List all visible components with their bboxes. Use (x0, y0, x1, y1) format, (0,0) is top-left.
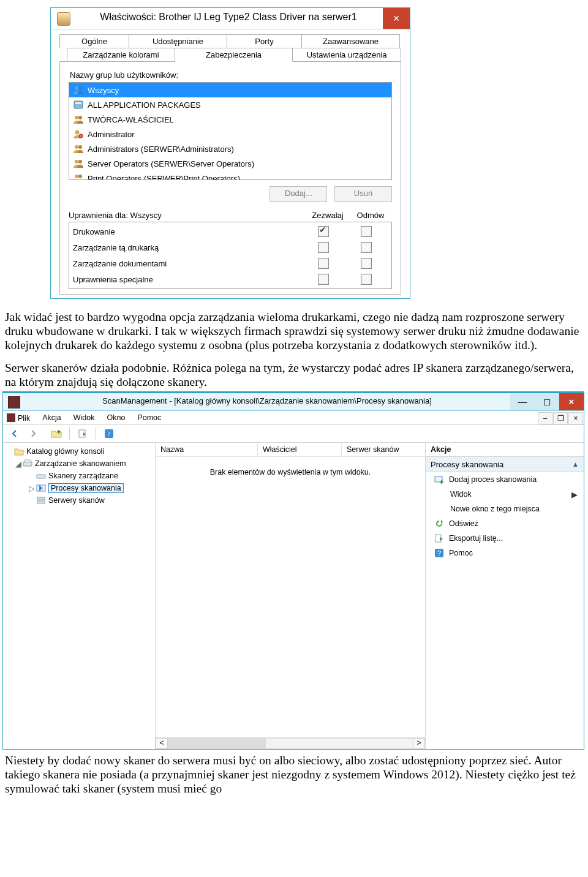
back-button[interactable] (7, 426, 23, 441)
group-row-administrator[interactable]: × Administrator (69, 127, 391, 141)
svg-text:?: ? (437, 549, 441, 557)
deny-checkbox[interactable] (361, 274, 372, 285)
menu-window[interactable]: Okno (100, 413, 131, 422)
scroll-right-button[interactable]: > (413, 738, 425, 749)
tab-device-settings[interactable]: Ustawienia urządzenia (293, 48, 401, 62)
tree-scan-servers[interactable]: Serwery skanów (3, 494, 155, 506)
inner-close-button[interactable]: × (568, 412, 583, 424)
tab-advanced[interactable]: Zaawansowane (302, 34, 400, 48)
add-folder-button[interactable] (48, 426, 64, 441)
body-paragraph-1: Jak widać jest to bardzo wygodna opcja z… (0, 303, 588, 353)
server-icon (36, 495, 46, 505)
allow-checkbox[interactable] (318, 226, 329, 237)
allow-header: Zezwalaj (306, 211, 349, 220)
help-button[interactable]: ? (101, 426, 117, 441)
action-refresh[interactable]: Odśwież (426, 516, 584, 531)
group-row-all-app-packages[interactable]: ALL APPLICATION PACKAGES (69, 97, 391, 112)
permissions-list: Drukowanie Zarządzanie tą drukarką Zarzą… (69, 222, 392, 289)
menu-view[interactable]: Widok (67, 413, 101, 422)
tree-collapse-icon[interactable]: ◢ (14, 459, 23, 469)
action-label: Nowe okno z tego miejsca (450, 505, 540, 513)
perm-label: Drukowanie (73, 227, 302, 236)
col-owner[interactable]: Właściciel (258, 443, 342, 456)
actions-pane: Akcje Procesy skanowania ▲ Dodaj proces … (426, 443, 584, 749)
tree-scan-processes[interactable]: ▷ Procesy skanowania (3, 482, 155, 494)
dialog-title: Właściwości: Brother IJ Leg Type2 Class … (74, 8, 383, 29)
minimize-button[interactable]: — (510, 393, 535, 410)
svg-rect-23 (37, 501, 45, 503)
deny-checkbox[interactable] (361, 226, 372, 237)
users-icon (73, 158, 84, 169)
perm-row-special: Uprawnienia specjalne (69, 271, 391, 287)
refresh-icon (434, 519, 444, 529)
add-button[interactable]: Dodaj... (270, 186, 327, 202)
group-row-server-operators[interactable]: Server Operators (SERWER\Server Operator… (69, 156, 391, 171)
col-scan-server[interactable]: Serwer skanów (342, 443, 425, 456)
submenu-arrow-icon: ▶ (571, 490, 578, 499)
collapse-icon[interactable]: ▲ (572, 461, 579, 468)
action-new-window[interactable]: Nowe okno z tego miejsca (426, 502, 584, 516)
maximize-button[interactable]: ◻ (535, 393, 559, 410)
col-name[interactable]: Nazwa (156, 443, 258, 456)
horizontal-scrollbar[interactable]: < > (156, 737, 425, 749)
inner-restore-button[interactable]: ❐ (553, 412, 568, 424)
action-export-list[interactable]: Eksportuj listę... (426, 531, 584, 546)
group-row-creator-owner[interactable]: TWÓRCA-WŁAŚCICIEL (69, 112, 391, 127)
action-help[interactable]: ? Pomoc (426, 546, 584, 560)
action-label: Pomoc (449, 549, 473, 557)
group-row-everyone[interactable]: Wszyscy (69, 83, 391, 97)
action-view[interactable]: Widok ▶ (426, 487, 584, 502)
inner-minimize-button[interactable]: – (538, 412, 552, 424)
svg-rect-20 (37, 475, 45, 478)
deny-checkbox[interactable] (361, 258, 372, 269)
scroll-track[interactable] (168, 738, 413, 749)
group-label: Administrators (SERWER\Administrators) (88, 145, 234, 154)
scanner-icon (23, 459, 32, 469)
tab-security[interactable]: Zabezpieczenia (175, 48, 293, 62)
svg-point-12 (78, 160, 82, 164)
mmc-tree[interactable]: Katalog główny konsoli ◢ Zarządzanie ska… (3, 443, 156, 749)
group-row-print-operators[interactable]: Print Operators (SERWER\Print Operators) (69, 171, 391, 180)
svg-text:?: ? (108, 430, 111, 437)
tree-root[interactable]: Katalog główny konsoli (3, 445, 155, 457)
scroll-thumb[interactable] (168, 739, 266, 748)
list-header: Nazwa Właściciel Serwer skanów (156, 443, 425, 457)
scroll-left-button[interactable]: < (156, 738, 168, 749)
folder-icon (14, 446, 24, 456)
tree-managed-scanners[interactable]: Skanery zarządzane (3, 470, 155, 482)
tab-ports[interactable]: Porty (227, 34, 302, 48)
close-button[interactable]: × (559, 393, 584, 410)
body-paragraph-3: Niestety by dodać nowy skaner do serwera… (0, 751, 588, 797)
printer-icon (57, 12, 70, 26)
actions-section[interactable]: Procesy skanowania ▲ (426, 457, 584, 472)
deny-checkbox[interactable] (361, 242, 372, 253)
tab-general[interactable]: Ogólne (59, 34, 129, 48)
allow-checkbox[interactable] (318, 242, 329, 253)
forward-button[interactable] (25, 426, 41, 441)
menu-file[interactable]: Plik (3, 413, 36, 423)
tree-expand-icon[interactable]: ▷ (28, 484, 36, 493)
groups-listbox[interactable]: Wszyscy ALL APPLICATION PACKAGES (69, 82, 392, 180)
action-add-scan-process[interactable]: Dodaj proces skanowania (426, 472, 584, 487)
allow-checkbox[interactable] (318, 258, 329, 269)
group-label: Print Operators (SERWER\Print Operators) (88, 174, 240, 181)
group-row-administrators[interactable]: Administrators (SERWER\Administrators) (69, 141, 391, 156)
allow-checkbox[interactable] (318, 274, 329, 285)
svg-point-1 (78, 86, 82, 90)
groups-label: Nazwy grup lub użytkowników: (70, 70, 392, 80)
list-empty-text: Brak elementów do wyświetlenia w tym wid… (156, 457, 425, 487)
mmc-list-view[interactable]: Nazwa Właściciel Serwer skanów Brak elem… (156, 443, 426, 749)
remove-button[interactable]: Usuń (334, 186, 392, 202)
action-label: Odśwież (449, 519, 478, 528)
group-label: Server Operators (SERWER\Server Operator… (88, 159, 254, 168)
svg-point-9 (75, 145, 78, 149)
menu-help[interactable]: Pomoc (131, 413, 167, 422)
mmc-app-icon (8, 396, 20, 408)
tab-sharing[interactable]: Udostępnianie (129, 34, 227, 48)
users-icon (73, 114, 84, 125)
tree-scan-management[interactable]: ◢ Zarządzanie skanowaniem (3, 457, 155, 470)
close-button[interactable]: × (383, 8, 410, 29)
menu-action[interactable]: Akcja (36, 413, 67, 422)
export-button[interactable] (75, 426, 91, 441)
tab-color-management[interactable]: Zarządzanie kolorami (67, 48, 175, 62)
